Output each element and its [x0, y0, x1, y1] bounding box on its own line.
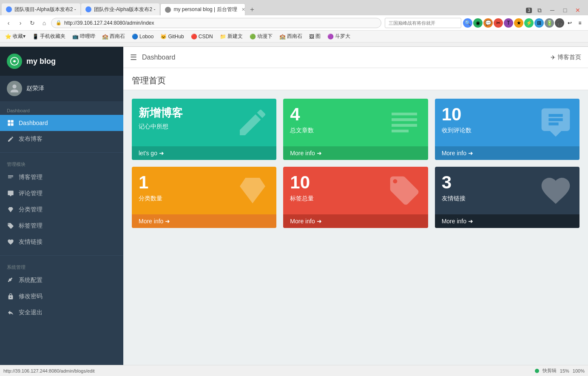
- card-tag-footer-label: More info: [290, 218, 315, 225]
- tab-3-close[interactable]: ✕: [241, 7, 245, 12]
- bookmark-loboo[interactable]: 🔵 Loboo: [130, 33, 155, 40]
- back-btn[interactable]: ‹: [3, 18, 14, 28]
- wrench-icon: [7, 276, 14, 284]
- tab-count: 3: [526, 8, 532, 13]
- card-comments-footer[interactable]: More info ➜: [435, 146, 579, 160]
- bookmark-anime[interactable]: 🟢 动漫下: [248, 32, 274, 41]
- sidebar-item-publish-label: 发布博客: [19, 135, 43, 143]
- sidebar-item-system-config[interactable]: 系统配置: [0, 272, 123, 288]
- star-icon: ⭐: [5, 34, 11, 40]
- sidebar-section-manage: 管理模块 博客管理 评论管理: [0, 154, 123, 254]
- newdoc-icon: 📁: [220, 34, 226, 40]
- app-container: my blog 赵荣泽 Dashboard: [0, 47, 588, 365]
- bookmark-mobile[interactable]: 📱 手机收藏夹: [31, 32, 67, 41]
- tab-2[interactable]: 团队作业-Alpha版本发布2 -: [81, 3, 160, 15]
- divider-1: [0, 152, 123, 153]
- sidebar-section-system-title: 系统管理: [0, 261, 123, 272]
- browser-action-2[interactable]: ◉: [473, 18, 483, 28]
- category-icon: [7, 206, 14, 214]
- browser-action-8[interactable]: ⊞: [534, 18, 544, 28]
- sidebar-item-publish-blog[interactable]: 发布博客: [0, 131, 123, 147]
- bookmark-favorites[interactable]: ⭐ 收藏▾: [3, 32, 27, 41]
- maximize-btn[interactable]: □: [560, 5, 570, 15]
- forward-btn[interactable]: ›: [15, 18, 26, 28]
- close-btn[interactable]: ✕: [573, 5, 583, 15]
- sidebar-item-logout[interactable]: 安全退出: [0, 305, 123, 321]
- sidebar-item-dashboard[interactable]: Dashboard: [0, 115, 123, 131]
- url-bar[interactable]: 🔒 http://39.106.127.244:8080/admin/index: [51, 18, 381, 28]
- sidebar-item-blog-manage[interactable]: 博客管理: [0, 169, 123, 185]
- card-total-comments: 10 收到评论数 More info ➜: [435, 99, 579, 160]
- sidebar-item-friend-label: 友情链接: [19, 238, 43, 246]
- sidebar-item-category-manage[interactable]: 分类管理: [0, 202, 123, 218]
- browser-action-3[interactable]: 💬: [483, 18, 493, 28]
- card-articles-footer-label: More info: [290, 150, 315, 157]
- comment-icon: [7, 190, 14, 197]
- card-new-blog-number: 新增博客: [139, 105, 183, 120]
- card-friend-arrow-icon: ➜: [468, 218, 473, 225]
- dashboard-content: 新增博客 记心中所想 let's go ➜: [123, 90, 588, 365]
- bilibili-icon: 📺: [72, 34, 79, 40]
- github-icon: 🐱: [160, 34, 167, 40]
- card-new-blog: 新增博客 记心中所想 let's go ➜: [132, 99, 276, 160]
- browser-action-7[interactable]: ⚡: [524, 18, 534, 28]
- bookmark-loboo-label: Loboo: [139, 34, 153, 40]
- bookmark-xn1[interactable]: 🏫 西南石: [100, 32, 127, 41]
- refresh-btn[interactable]: ↻: [27, 18, 37, 28]
- card-friend-text: 3 友情链接: [442, 174, 466, 202]
- bookmark-img-label: 图: [315, 33, 321, 40]
- card-comments-arrow-icon: ➜: [468, 150, 473, 157]
- bookmark-newdoc[interactable]: 📁 新建文: [218, 32, 244, 41]
- bookmark-csdn[interactable]: 🔴 CSDN: [189, 33, 215, 40]
- new-tab-button[interactable]: ＋: [246, 3, 258, 15]
- menu-btn[interactable]: ≡: [575, 18, 585, 28]
- browser-action-6[interactable]: ★: [514, 18, 523, 28]
- bookmark-douluo[interactable]: 🟣 斗罗大: [326, 32, 352, 41]
- logo-text: my blog: [26, 57, 56, 66]
- svg-point-1: [12, 85, 16, 88]
- loboo-icon: 🔵: [132, 34, 138, 40]
- browser-action-5[interactable]: T: [504, 18, 513, 28]
- hamburger-btn[interactable]: ☰: [130, 53, 137, 62]
- sidebar-item-change-password[interactable]: 修改密码: [0, 288, 123, 305]
- mobile-icon: 📱: [32, 34, 39, 40]
- tab-1[interactable]: 团队项目-Alpha版本发布2 -: [2, 3, 80, 15]
- browser-action-9[interactable]: 🔋: [545, 18, 554, 28]
- sidebar-item-friend-link[interactable]: 友情链接: [0, 234, 123, 250]
- sidebar-item-tag-manage[interactable]: 标签管理: [0, 218, 123, 234]
- bookmark-github[interactable]: 🐱 GitHub: [159, 33, 185, 40]
- card-new-blog-footer[interactable]: let's go ➜: [132, 146, 276, 160]
- browser-action-4[interactable]: ✂: [494, 18, 503, 28]
- topbar-right: ✈ 博客首页: [551, 54, 581, 61]
- card-tag-footer[interactable]: More info ➜: [283, 214, 428, 228]
- sidebar-item-category-label: 分类管理: [19, 206, 43, 214]
- browser-action-1[interactable]: 🔍: [463, 18, 472, 28]
- blog-home-link[interactable]: ✈ 博客首页: [551, 54, 581, 61]
- bookmark-bilibili-label: 哔哩哔: [80, 33, 95, 40]
- sidebar-item-tag-label: 标签管理: [19, 222, 43, 230]
- edit-icon: [7, 135, 14, 143]
- tab-3[interactable]: my personal blog | 后台管理 ✕: [160, 3, 245, 15]
- sidebar-item-blog-label: 博客管理: [19, 174, 43, 181]
- card-tag-number: 10: [290, 174, 314, 191]
- card-new-blog-text: 新增博客 记心中所想: [139, 105, 183, 131]
- cards-grid: 新增博客 记心中所想 let's go ➜: [132, 99, 579, 228]
- sidebar-item-comment-manage[interactable]: 评论管理: [0, 185, 123, 202]
- restore-window-btn[interactable]: ⧉: [534, 5, 545, 15]
- card-category-footer[interactable]: More info ➜: [132, 214, 276, 228]
- home-btn[interactable]: ⌂: [39, 18, 49, 28]
- blog-home-arrow-icon: ✈: [551, 54, 556, 61]
- card-articles-footer[interactable]: More info ➜: [283, 146, 428, 160]
- browser-action-10[interactable]: 🎧: [555, 18, 564, 28]
- divider-2: [0, 255, 123, 256]
- minimize-btn[interactable]: ─: [547, 5, 557, 15]
- bookmark-bilibili[interactable]: 📺 哔哩哔: [71, 32, 97, 41]
- card-new-blog-body: 新增博客 记心中所想: [132, 99, 276, 146]
- card-friend-footer[interactable]: More info ➜: [435, 214, 579, 228]
- user-name: 赵荣泽: [26, 85, 44, 92]
- card-new-blog-arrow-icon: ➜: [159, 150, 164, 157]
- browser-search-input[interactable]: [385, 18, 461, 28]
- bookmark-img[interactable]: 🖼 图: [307, 32, 322, 41]
- undo-btn[interactable]: ↩: [565, 18, 574, 28]
- bookmark-xn2[interactable]: 🏫 西南石: [278, 32, 304, 41]
